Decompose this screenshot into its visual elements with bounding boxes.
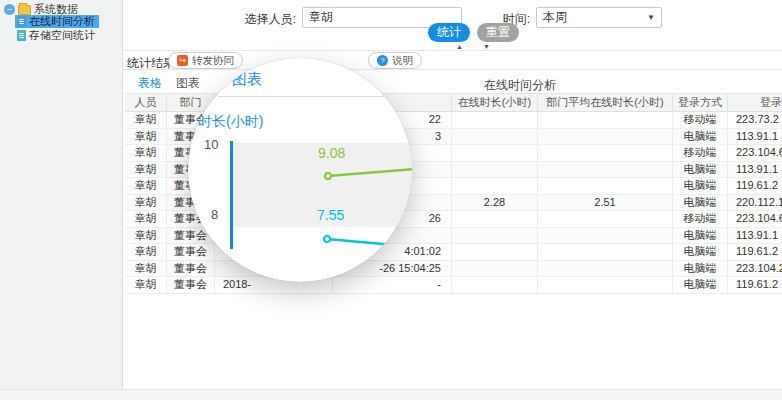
cell-login-ip: 223.104.6: [728, 145, 782, 161]
column-header[interactable]: 人员: [125, 94, 167, 111]
sidebar-item-label: 存储空间统计: [29, 28, 95, 43]
select-person-label: 选择人员:: [230, 11, 296, 28]
cell-dept-average-hours: [538, 228, 673, 244]
cell-dept-average-hours: [538, 112, 673, 128]
cell-person: 章胡: [125, 178, 167, 194]
cell-login-ip: 223.73.2: [728, 112, 782, 128]
sidebar-item-label: 在线时间分析: [29, 14, 95, 29]
cell-online-hours: [452, 162, 538, 178]
cell-login-ip: 223.104.6: [728, 211, 782, 227]
cell-dept-average-hours: [538, 145, 673, 161]
collapse-minus-icon[interactable]: −: [4, 4, 15, 15]
sidebar-item-online-time-analysis[interactable]: 在线时间分析: [15, 15, 99, 28]
person-input-value: 章胡: [309, 9, 333, 26]
folder-icon: [18, 5, 31, 15]
cell-dept-average-hours: [538, 244, 673, 260]
magnified-chart-view: 图表 时长(小时) 10 8 9.08 7.55: [188, 58, 412, 282]
cell-online-hours: [452, 145, 538, 161]
chart-lines: [188, 58, 412, 282]
sidebar: − 系统数据 在线时间分析 存储空间统计: [0, 0, 123, 389]
cell-online-hours: [452, 277, 538, 293]
cell-login-method: 电脑端: [673, 195, 728, 211]
cell-dept-average-hours: [538, 211, 673, 227]
cell-online-hours: [452, 178, 538, 194]
cell-online-hours: [452, 112, 538, 128]
cell-login-ip: 113.91.1: [728, 228, 782, 244]
question-icon: ?: [377, 55, 388, 66]
cell-person: 章胡: [125, 244, 167, 260]
forward-button-label: 转发协同: [192, 54, 234, 68]
cell-online-hours: [452, 244, 538, 260]
bottom-status-strip: [0, 389, 782, 400]
table-row[interactable]: 章胡 董事会 -26 15:04:25 电脑端 223.104.2: [125, 261, 782, 278]
cell-dept-average-hours: [538, 178, 673, 194]
cell-login-ip: 119.61.2: [728, 178, 782, 194]
cell-department: 董事会: [167, 244, 215, 260]
table-row[interactable]: 章胡 董事会 2018- - 电脑端 119.61.2: [125, 277, 782, 294]
forward-button[interactable]: ↪ 转发协同: [168, 52, 243, 69]
cell-login-method: 电脑端: [673, 162, 728, 178]
cell-hidden-col-b: -: [333, 277, 452, 293]
cell-login-method: 移动端: [673, 112, 728, 128]
cell-online-hours: [452, 228, 538, 244]
cell-login-method: 移动端: [673, 211, 728, 227]
time-select[interactable]: 本周 ▼: [536, 7, 662, 28]
cell-person: 章胡: [125, 261, 167, 277]
stat-button[interactable]: 统计: [428, 23, 470, 42]
document-icon: [17, 30, 26, 41]
help-button[interactable]: ? 说明: [368, 52, 422, 69]
cell-login-method: 电脑端: [673, 178, 728, 194]
column-header[interactable]: 登录方式: [673, 94, 728, 111]
sidebar-item-storage-statistics[interactable]: 存储空间统计: [15, 29, 99, 42]
cell-dept-average-hours: [538, 277, 673, 293]
divider: [123, 69, 782, 70]
column-header[interactable]: 部门平均在线时长(小时): [538, 94, 673, 111]
cell-login-method: 移动端: [673, 145, 728, 161]
column-header[interactable]: 登录: [728, 94, 782, 111]
cell-person: 章胡: [125, 211, 167, 227]
cell-department: 董事会: [167, 277, 215, 293]
cell-dept-average-hours: [538, 261, 673, 277]
cell-person: 章胡: [125, 195, 167, 211]
forward-icon: ↪: [177, 55, 188, 66]
cell-person: 章胡: [125, 162, 167, 178]
reset-button[interactable]: 重置: [477, 23, 519, 42]
cell-login-method: 电脑端: [673, 277, 728, 293]
cell-online-hours: [452, 211, 538, 227]
cell-person: 章胡: [125, 277, 167, 293]
cell-online-hours: [452, 261, 538, 277]
cell-login-method: 电脑端: [673, 129, 728, 145]
cell-login-ip: 220.112.1: [728, 195, 782, 211]
cell-login-ip: 113.91.1: [728, 129, 782, 145]
cell-dept-average-hours: [538, 162, 673, 178]
cell-online-hours: [452, 129, 538, 145]
magnifier-circle: 图表 时长(小时) 10 8 9.08 7.55: [188, 58, 412, 282]
cell-login-method: 电脑端: [673, 228, 728, 244]
cell-login-ip: 223.104.2: [728, 261, 782, 277]
cell-login-ip: 119.61.2: [728, 244, 782, 260]
cell-department: 董事会: [167, 261, 215, 277]
cell-person: 章胡: [125, 112, 167, 128]
cell-login-method: 电脑端: [673, 261, 728, 277]
cell-login-ip: 119.61.2: [728, 277, 782, 293]
cell-login-ip: 113.91.1: [728, 162, 782, 178]
cell-dept-average-hours: [538, 129, 673, 145]
cell-person: 章胡: [125, 129, 167, 145]
cell-person: 章胡: [125, 145, 167, 161]
document-icon: [17, 16, 26, 27]
divider: [123, 50, 782, 51]
column-header[interactable]: 在线时长(小时): [452, 94, 538, 111]
cell-login-method: 电脑端: [673, 244, 728, 260]
cell-online-hours: 2.28: [452, 195, 538, 211]
cell-dept-average-hours: 2.51: [538, 195, 673, 211]
app-window: − 系统数据 在线时间分析 存储空间统计 选择人员: 章胡 时间: 本周 ▼ 统…: [0, 0, 782, 400]
chevron-down-icon: ▼: [647, 13, 655, 22]
cell-person: 章胡: [125, 228, 167, 244]
help-button-label: 说明: [392, 54, 413, 68]
time-select-value: 本周: [543, 9, 567, 26]
